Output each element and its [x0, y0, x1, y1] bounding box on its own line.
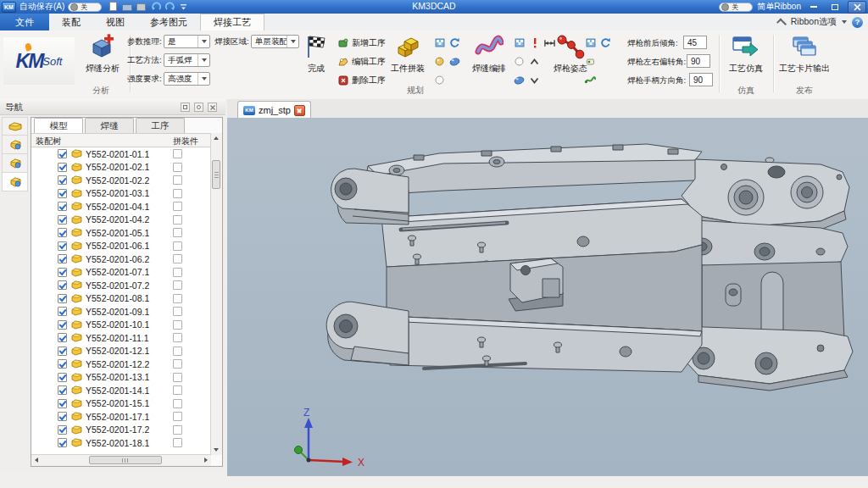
ribbon-options-label[interactable]: Ribbon选项	[791, 16, 837, 28]
collapse-ribbon-icon[interactable]	[776, 18, 787, 28]
assembly-checkbox[interactable]	[173, 202, 182, 211]
torch-yaw-input[interactable]: 90	[687, 54, 710, 68]
edit-process-button[interactable]: 编辑工序	[337, 53, 386, 69]
visibility-checkbox[interactable]	[58, 425, 67, 435]
strength-dropdown[interactable]: 高强度	[164, 72, 210, 86]
visibility-checkbox[interactable]	[58, 163, 67, 172]
assembly-checkbox[interactable]	[173, 412, 182, 421]
visibility-checkbox[interactable]	[58, 241, 67, 251]
table-row[interactable]: Y552-0201-08.1	[31, 292, 210, 306]
flag-small-button[interactable]	[514, 37, 525, 48]
table-row[interactable]: Y552-0201-03.1	[31, 187, 210, 201]
torch-handle-input[interactable]: 90	[689, 73, 713, 86]
tab-weld-seam[interactable]: 焊缝	[85, 118, 134, 133]
visibility-checkbox[interactable]	[58, 228, 67, 237]
table-row[interactable]: Y552-0201-09.1	[31, 305, 210, 319]
tab-file[interactable]: 文件	[0, 14, 49, 30]
document-close-icon[interactable]	[294, 105, 305, 116]
table-row[interactable]: Y552-0201-04.2	[31, 214, 210, 227]
panel-pin-icon[interactable]	[194, 103, 203, 112]
assembly-checkbox[interactable]	[173, 320, 182, 330]
visibility-checkbox[interactable]	[58, 438, 67, 447]
visibility-checkbox[interactable]	[58, 294, 67, 303]
horizontal-scroll-thumb[interactable]	[89, 456, 162, 464]
assembly-checkbox[interactable]	[173, 399, 182, 408]
table-row[interactable]: Y552-0201-11.1	[31, 331, 210, 345]
assembly-checkbox[interactable]	[173, 347, 182, 356]
visibility-checkbox[interactable]	[58, 280, 67, 290]
visibility-checkbox[interactable]	[58, 385, 67, 395]
rotate-button[interactable]	[449, 37, 460, 48]
tab-assembly[interactable]: 装配	[49, 14, 93, 30]
assembly-checkbox[interactable]	[173, 268, 182, 277]
visibility-checkbox[interactable]	[58, 320, 67, 330]
table-row[interactable]: Y552-0201-02.1	[31, 161, 210, 175]
table-row[interactable]: Y552-0201-07.2	[31, 279, 210, 292]
assembly-checkbox[interactable]	[173, 333, 182, 342]
visibility-checkbox[interactable]	[58, 189, 67, 198]
visibility-checkbox[interactable]	[58, 347, 67, 356]
visibility-checkbox[interactable]	[58, 412, 67, 421]
table-row[interactable]: Y552-0201-07.1	[31, 266, 210, 280]
assembly-checkbox[interactable]	[173, 359, 182, 369]
table-row[interactable]: Y552-0201-02.2	[31, 174, 210, 187]
assembly-checkbox[interactable]	[173, 228, 182, 237]
strip-process-button[interactable]	[2, 173, 28, 191]
table-row[interactable]: Y552-0201-01.1	[31, 147, 210, 161]
cylinder-blue-button[interactable]	[449, 56, 460, 67]
tab-process[interactable]: 工序	[136, 118, 185, 133]
weld-region-dropdown[interactable]: 单层装配	[251, 35, 299, 48]
panel-close-icon[interactable]	[208, 103, 217, 112]
move-up-button[interactable]	[529, 56, 540, 67]
assembly-checkbox[interactable]	[173, 373, 182, 382]
table-row[interactable]: Y552-0201-04.1	[31, 200, 210, 214]
visibility-checkbox[interactable]	[58, 307, 67, 316]
table-row[interactable]: Y552-0201-10.1	[31, 319, 210, 332]
rotate-button[interactable]	[600, 37, 611, 48]
scroll-left-arrow[interactable]	[31, 455, 42, 465]
assembly-checkbox[interactable]	[173, 189, 182, 198]
table-row[interactable]: Y552-0201-18.1	[31, 436, 210, 450]
cylinder-blue-button[interactable]	[514, 75, 525, 86]
assembly-checkbox[interactable]	[173, 215, 182, 225]
strip-weld-button[interactable]	[2, 154, 28, 173]
close-button[interactable]	[848, 1, 866, 14]
scroll-up-arrow[interactable]	[211, 133, 221, 143]
visibility-checkbox[interactable]	[58, 399, 67, 408]
tab-view[interactable]: 视图	[93, 14, 137, 30]
tool-small-button[interactable]	[585, 56, 596, 67]
table-row[interactable]: Y552-0201-17.1	[31, 410, 210, 424]
ball-white-button[interactable]	[514, 56, 525, 67]
vertical-scrollbar[interactable]	[210, 133, 222, 455]
minimize-button[interactable]	[805, 2, 822, 13]
ribbon-mode-toggle[interactable]: 关	[719, 3, 753, 12]
table-row[interactable]: Y552-0201-13.1	[31, 371, 210, 385]
maximize-button[interactable]	[826, 2, 843, 13]
visibility-checkbox[interactable]	[58, 333, 67, 342]
panel-options-icon[interactable]	[181, 103, 190, 112]
scroll-right-arrow[interactable]	[201, 455, 211, 465]
tab-reference[interactable]: 参考图元	[137, 14, 200, 30]
table-row[interactable]: Y552-0201-12.1	[31, 345, 210, 358]
document-tab[interactable]: KM zmj_stp	[237, 101, 311, 119]
help-button[interactable]: ?	[852, 17, 863, 28]
marker-button[interactable]	[529, 37, 540, 48]
visibility-checkbox[interactable]	[58, 359, 67, 369]
strip-assembly-button[interactable]	[2, 136, 28, 154]
table-row[interactable]: Y552-0201-17.2	[31, 424, 210, 437]
assembly-checkbox[interactable]	[173, 425, 182, 435]
chevron-down-icon[interactable]	[842, 20, 847, 24]
tab-model[interactable]: 模型	[34, 118, 83, 133]
assembly-checkbox[interactable]	[173, 307, 182, 316]
visibility-checkbox[interactable]	[58, 254, 67, 263]
weld-path-snake-button[interactable]	[585, 75, 596, 86]
viewport-3d[interactable]: Z X	[227, 118, 868, 476]
scroll-down-arrow[interactable]	[211, 445, 221, 455]
assembly-checkbox[interactable]	[173, 438, 182, 447]
assembly-checkbox[interactable]	[173, 241, 182, 251]
finish-button[interactable]: 完成	[298, 32, 334, 93]
visibility-checkbox[interactable]	[58, 268, 67, 277]
table-row[interactable]: Y552-0201-14.1	[31, 384, 210, 397]
vertical-scroll-thumb[interactable]	[212, 160, 220, 189]
table-row[interactable]: Y552-0201-12.2	[31, 358, 210, 371]
